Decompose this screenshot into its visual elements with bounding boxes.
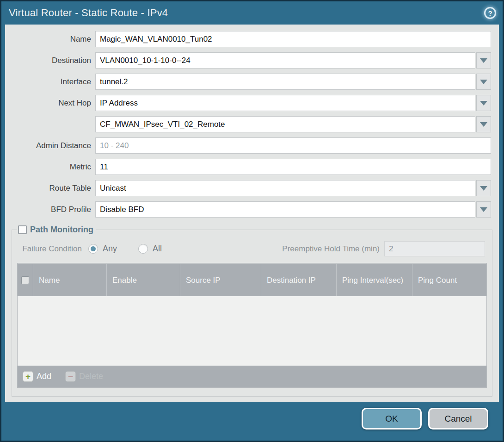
form-row-bfd-profile: BFD Profile (5, 201, 491, 218)
path-monitoring-checkbox[interactable] (18, 225, 27, 234)
table-toolbar: + Add − Delete (18, 366, 486, 387)
select-all-checkbox[interactable] (21, 276, 29, 284)
minus-icon: − (65, 371, 76, 382)
name-input[interactable] (95, 31, 491, 47)
column-header-destination-ip[interactable]: Destination IP (261, 264, 337, 296)
plus-icon: + (23, 371, 33, 382)
column-header-enable[interactable]: Enable (107, 264, 180, 296)
metric-label: Metric (5, 162, 95, 172)
path-monitoring-legend: Path Monitoring (17, 225, 96, 235)
chevron-down-icon (480, 122, 487, 127)
route-table-input[interactable] (95, 180, 475, 196)
bfd-profile-dropdown-button[interactable] (476, 201, 491, 218)
next-hop-address-input[interactable] (95, 116, 475, 132)
path-monitoring-table: Name Enable Source IP Destination IP Pin… (17, 263, 487, 388)
static-route-dialog: Virtual Router - Static Route - IPv4 ? N… (0, 0, 504, 442)
help-icon[interactable]: ? (484, 7, 496, 19)
route-table-dropdown-button[interactable] (476, 180, 491, 196)
path-monitoring-title: Path Monitoring (30, 225, 93, 235)
column-header-name[interactable]: Name (33, 264, 107, 296)
dialog-body: Name Destination Interface (5, 25, 499, 402)
column-header-ping-interval[interactable]: Ping Interval(sec) (337, 264, 412, 296)
add-button[interactable]: + Add (23, 371, 51, 382)
form-row-next-hop-address (5, 116, 491, 132)
form-row-route-table: Route Table (5, 180, 491, 196)
route-table-label: Route Table (5, 184, 95, 193)
dialog-titlebar: Virtual Router - Static Route - IPv4 ? (1, 1, 503, 25)
admin-distance-label: Admin Distance (5, 141, 95, 150)
column-header-source-ip[interactable]: Source IP (180, 264, 261, 296)
interface-dropdown-button[interactable] (476, 74, 491, 90)
bfd-profile-input[interactable] (95, 201, 475, 218)
admin-distance-input[interactable] (95, 137, 491, 154)
form-row-next-hop: Next Hop (5, 95, 491, 111)
column-header-ping-count[interactable]: Ping Count (412, 264, 486, 296)
table-body-empty (18, 296, 486, 366)
bfd-profile-label: BFD Profile (5, 205, 95, 214)
delete-button-label: Delete (79, 372, 103, 381)
destination-label: Destination (5, 56, 95, 65)
preemptive-hold-time-label: Preemptive Hold Time (min) (282, 244, 384, 254)
form-row-name: Name (5, 31, 491, 47)
interface-label: Interface (5, 77, 95, 87)
form-row-admin-distance: Admin Distance (5, 137, 491, 154)
next-hop-label: Next Hop (5, 99, 95, 108)
cancel-button[interactable]: Cancel (428, 408, 488, 430)
form-row-destination: Destination (5, 52, 491, 68)
chevron-down-icon (480, 80, 487, 84)
chevron-down-icon (480, 186, 487, 191)
preemptive-hold-time-input[interactable] (384, 241, 485, 256)
chevron-down-icon (480, 207, 487, 212)
destination-input[interactable] (95, 52, 475, 68)
failure-condition-row: Failure Condition Any All Preemptive Hol… (19, 241, 485, 256)
next-hop-type-dropdown-button[interactable] (476, 95, 491, 111)
path-monitoring-section: Path Monitoring Failure Condition Any Al… (12, 225, 492, 397)
interface-input[interactable] (95, 74, 475, 90)
failure-condition-all-label: All (153, 244, 162, 254)
failure-condition-any-label: Any (103, 244, 117, 254)
failure-condition-all-radio[interactable] (138, 244, 148, 254)
chevron-down-icon (480, 58, 487, 63)
destination-dropdown-button[interactable] (476, 52, 491, 68)
dialog-footer: OK Cancel (1, 402, 503, 441)
chevron-down-icon (480, 101, 487, 106)
dialog-title: Virtual Router - Static Route - IPv4 (9, 7, 168, 19)
next-hop-address-dropdown-button[interactable] (476, 116, 491, 132)
delete-button[interactable]: − Delete (65, 371, 103, 382)
name-label: Name (5, 35, 95, 44)
add-button-label: Add (37, 372, 51, 381)
failure-condition-label: Failure Condition (19, 244, 88, 254)
ok-button[interactable]: OK (362, 408, 422, 430)
failure-condition-any-radio[interactable] (88, 244, 98, 254)
select-all-checkbox-cell (18, 264, 33, 296)
form-row-metric: Metric (5, 159, 491, 175)
form-row-interface: Interface (5, 74, 491, 90)
metric-input[interactable] (95, 159, 491, 175)
next-hop-type-input[interactable] (95, 95, 475, 111)
table-header-row: Name Enable Source IP Destination IP Pin… (18, 263, 486, 296)
